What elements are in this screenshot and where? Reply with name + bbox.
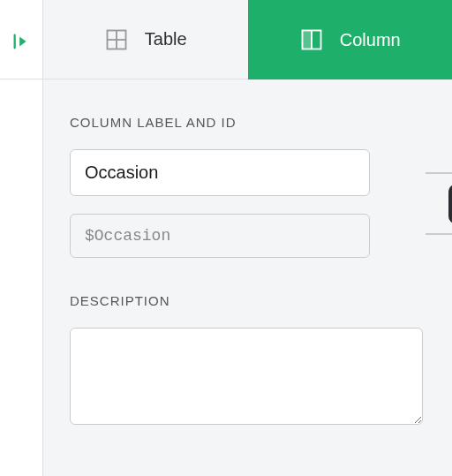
tab-bar: Table Column — [43, 0, 452, 79]
description-textarea[interactable] — [70, 328, 423, 425]
tab-column[interactable]: Column — [248, 0, 453, 79]
table-icon — [104, 27, 129, 52]
column-icon — [299, 27, 324, 52]
expand-panel-icon — [11, 32, 31, 51]
description-heading: DESCRIPTION — [70, 293, 426, 308]
content-area: COLUMN LABEL AND ID DESCRIPTION — [43, 79, 452, 446]
column-label-input[interactable] — [70, 149, 370, 196]
svg-rect-6 — [302, 31, 312, 49]
tab-table-label: Table — [145, 29, 187, 49]
linked-fields-group — [70, 149, 426, 258]
collapse-sidebar-button[interactable] — [0, 0, 42, 79]
tab-column-label: Column — [340, 30, 401, 50]
tab-table[interactable]: Table — [43, 0, 248, 79]
column-id-input[interactable] — [70, 214, 370, 258]
main-panel: Table Column COLUMN LABEL AND ID — [42, 0, 452, 476]
label-id-heading: COLUMN LABEL AND ID — [70, 115, 426, 130]
link-toggle-button[interactable] — [448, 185, 452, 223]
